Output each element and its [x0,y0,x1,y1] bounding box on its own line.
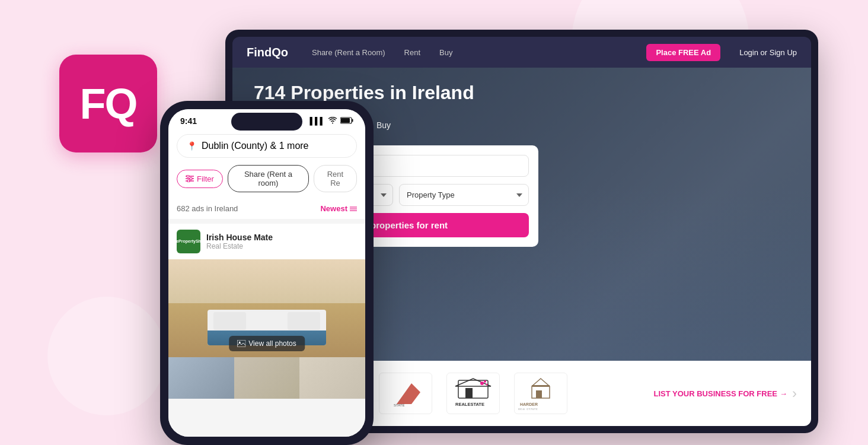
svg-point-6 [480,382,484,385]
svg-text:HARDER: HARDER [520,402,538,406]
property-type-dropdown[interactable]: Property Type [399,184,529,206]
svg-point-21 [187,175,189,177]
business-logo-3: HARDER REAL ESTATE [514,373,567,414]
fq-logo-text: FQ [80,82,137,125]
nav-link-buy[interactable]: Buy [439,48,452,57]
phone-filter-row: Filter Share (Rent a room) Rent Re [177,165,357,192]
business-logo-1: STATE Y NAME [379,373,432,414]
room-wall [168,259,365,309]
svg-text:STATE: STATE [394,403,404,407]
view-all-photos-button[interactable]: View all photos [229,336,305,351]
bg-circle-bottom [47,297,166,415]
phone-listing-area: 682 ads in Ireland Newest The Property [168,198,365,437]
phone-notch [231,113,302,131]
phone-clock: 9:41 [180,116,197,126]
place-free-ad-button[interactable]: Place FREE Ad [646,44,720,61]
svg-marker-0 [397,383,420,404]
svg-point-23 [187,180,190,182]
carousel-next-icon[interactable]: › [792,385,797,402]
ads-count: 682 ads in Ireland [177,204,238,213]
phone-share-button[interactable]: Share (Rent a room) [228,165,309,192]
pillow-right [288,312,320,330]
agency-name: Irish House Mate [206,233,273,242]
svg-rect-12 [532,385,550,387]
agency-info: Irish House Mate Real Estate [206,233,273,250]
phone-frame: 9:41 ▌▌▌ [160,101,374,445]
property-card[interactable]: The Property Shop Irish House Mate Real … [168,224,365,399]
fq-logo: FQ [59,55,157,152]
svg-rect-17 [352,119,353,122]
phone-pin-icon: 📍 [187,141,197,151]
phone-status-icons: ▌▌▌ [309,117,353,126]
login-or-signup-link[interactable]: Login or Sign Up [739,48,797,57]
svg-point-8 [486,383,487,385]
property-image: View all photos [168,259,365,357]
phone-location-text: Dublin (County) & 1 more [202,141,309,151]
property-card-header: The Property Shop Irish House Mate Real … [168,224,365,259]
agency-type: Real Estate [206,242,273,250]
pillow-left [213,312,246,330]
svg-text:REALESTATE: REALESTATE [455,402,484,407]
svg-text:REAL ESTATE: REAL ESTATE [518,408,538,410]
wifi-icon [328,117,337,126]
property-thumbnails [168,357,365,399]
tablet-brand: FindQo [247,46,288,59]
svg-rect-4 [465,388,473,398]
phone-search-area: 📍 Dublin (County) & 1 more Filter Share [168,128,365,198]
nav-link-rent[interactable]: Rent [404,48,420,57]
thumbnail-1 [168,357,234,399]
nav-link-share[interactable]: Share (Rent a Room) [312,48,385,57]
svg-rect-27 [237,340,245,347]
phone-screen: 9:41 ▌▌▌ [168,109,365,437]
svg-rect-11 [536,390,542,398]
svg-point-22 [190,177,192,180]
business-logo-2: REALESTATE [446,373,500,414]
svg-rect-16 [341,118,350,123]
battery-icon [340,117,353,126]
list-business-link[interactable]: LIST YOUR BUSINESS FOR FREE → [653,389,787,398]
svg-point-7 [484,380,486,383]
property-shop-logo: The Property Shop [177,230,200,253]
phone-filter-button[interactable]: Filter [177,170,223,188]
signal-icon: ▌▌▌ [309,117,325,125]
thumbnail-2 [234,357,300,399]
phone-ads-header: 682 ads in Ireland Newest [168,198,365,219]
phone-location-bar[interactable]: 📍 Dublin (County) & 1 more [177,134,357,158]
sort-newest[interactable]: Newest [320,204,357,213]
tablet-nav: FindQo Share (Rent a Room) Rent Buy Plac… [232,37,811,68]
phone-rent-button[interactable]: Rent Re [314,165,357,192]
thumbnail-3 [299,357,365,399]
